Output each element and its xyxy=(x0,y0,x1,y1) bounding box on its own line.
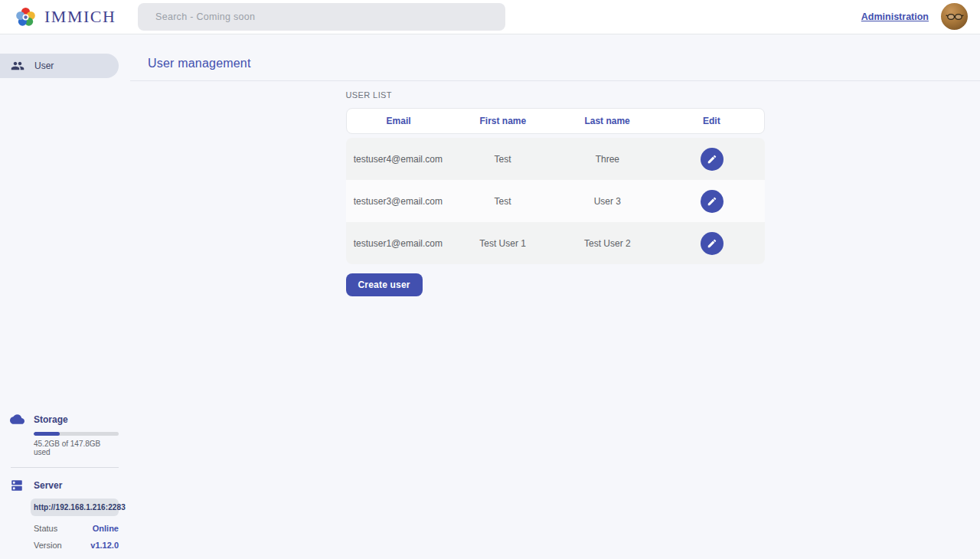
cell-first-name: Test User 1 xyxy=(450,238,555,249)
pencil-icon xyxy=(707,238,717,249)
table-row: testuser3@email.com Test User 3 xyxy=(346,180,765,222)
server-icon xyxy=(0,479,34,492)
create-user-button[interactable]: Create user xyxy=(346,273,423,296)
status-label: Status xyxy=(34,524,57,533)
pencil-icon xyxy=(707,154,717,165)
cell-first-name: Test xyxy=(450,196,555,207)
column-first-name: First name xyxy=(451,116,555,126)
edit-user-button[interactable] xyxy=(701,232,724,255)
user-list-section: USER LIST Email First name Last name Edi… xyxy=(346,90,765,296)
column-edit: Edit xyxy=(659,116,763,126)
main-panel: User management USER LIST Email First na… xyxy=(130,34,980,559)
sidebar-status-panel: Storage 45.2GB of 147.8GB used Server ht… xyxy=(0,412,130,559)
glasses-image xyxy=(945,7,965,27)
server-status-row: Status Online xyxy=(34,524,119,533)
cell-first-name: Test xyxy=(450,154,555,165)
page-title-bar: User management xyxy=(130,34,980,81)
administration-link[interactable]: Administration xyxy=(861,11,929,22)
table-row: testuser1@email.com Test User 1 Test Use… xyxy=(346,222,765,264)
storage-title: Storage xyxy=(34,414,68,425)
pencil-icon xyxy=(707,196,717,207)
server-title: Server xyxy=(34,480,62,491)
top-header: IMMICH Administration xyxy=(0,0,980,34)
page-title: User management xyxy=(148,57,251,70)
edit-user-button[interactable] xyxy=(701,190,724,213)
search-input[interactable] xyxy=(138,3,505,31)
sidebar-item-user[interactable]: User xyxy=(0,54,119,78)
column-email: Email xyxy=(347,116,451,126)
storage-progress-bar xyxy=(34,432,119,436)
storage-usage-text: 45.2GB of 147.8GB used xyxy=(34,440,119,456)
cell-last-name: User 3 xyxy=(555,196,660,207)
sidebar: User Storage 45.2GB of 147.8GB used Serv… xyxy=(0,34,130,559)
immich-logo[interactable]: IMMICH xyxy=(0,5,116,29)
logo-text: IMMICH xyxy=(44,7,116,27)
cell-last-name: Three xyxy=(555,154,660,165)
storage-progress-fill xyxy=(34,432,60,436)
cell-email: testuser4@email.com xyxy=(346,154,451,165)
column-last-name: Last name xyxy=(555,116,659,126)
user-table-body: testuser4@email.com Test Three testuser3… xyxy=(346,138,765,264)
cell-edit xyxy=(660,232,765,255)
server-version-row: Version v1.12.0 xyxy=(34,541,119,550)
server-section-header: Server xyxy=(0,479,130,492)
cell-last-name: Test User 2 xyxy=(555,238,660,249)
cell-email: testuser3@email.com xyxy=(346,196,451,207)
table-row: testuser4@email.com Test Three xyxy=(346,138,765,180)
users-group-icon xyxy=(11,59,24,73)
status-value: Online xyxy=(93,524,119,533)
edit-user-button[interactable] xyxy=(701,148,724,171)
version-value: v1.12.0 xyxy=(90,541,119,550)
cell-edit xyxy=(660,148,765,171)
storage-section-header: Storage xyxy=(0,412,130,427)
version-label: Version xyxy=(34,541,62,550)
sidebar-divider xyxy=(11,467,119,468)
cell-email: testuser1@email.com xyxy=(346,238,451,249)
immich-flower-icon xyxy=(14,5,38,29)
server-url-chip: http://192.168.1.216:2283 xyxy=(31,499,119,516)
cloud-icon xyxy=(0,412,34,427)
user-avatar[interactable] xyxy=(941,3,968,30)
user-table-header: Email First name Last name Edit xyxy=(346,108,765,134)
section-title: USER LIST xyxy=(346,90,765,100)
cell-edit xyxy=(660,190,765,213)
sidebar-item-label: User xyxy=(34,60,54,71)
